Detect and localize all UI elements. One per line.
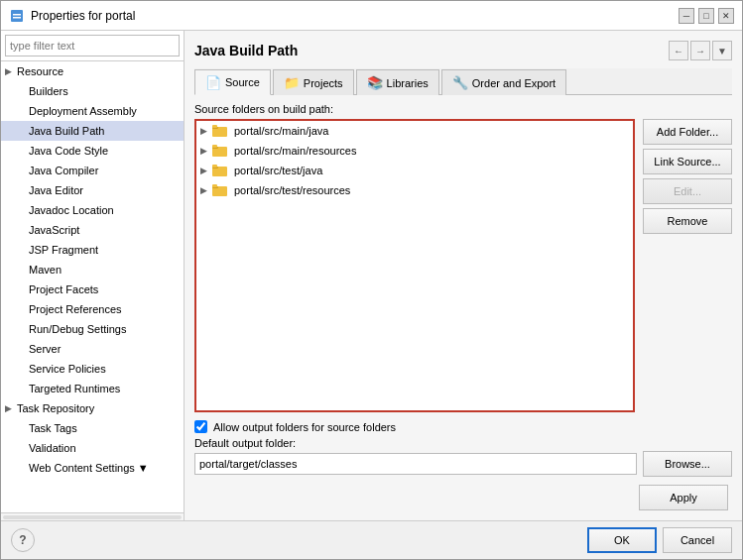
tree-arrow: ▶ xyxy=(200,166,212,175)
source-folder-path: portal/src/main/java xyxy=(234,125,328,137)
folder-icon xyxy=(212,144,230,159)
sidebar-tree: ▶Resource Builders Deployment Assembly J… xyxy=(1,61,184,512)
nav-dropdown-button[interactable]: ▼ xyxy=(712,41,732,60)
sidebar-item-label: Java Compiler xyxy=(29,165,98,176)
tab-libraries[interactable]: 📚Libraries xyxy=(356,69,439,95)
nav-back-button[interactable]: ← xyxy=(669,41,688,60)
tree-arrow: ▶ xyxy=(200,146,212,156)
help-button[interactable]: ? xyxy=(11,528,35,552)
svg-rect-14 xyxy=(212,184,217,187)
sidebar-item-java-compiler[interactable]: Java Compiler xyxy=(1,161,184,180)
tab-label-projects: Projects xyxy=(304,77,343,89)
allow-output-checkbox[interactable] xyxy=(194,420,207,433)
sidebar-item-task-tags[interactable]: Task Tags xyxy=(1,418,184,438)
sidebar-item-maven[interactable]: Maven xyxy=(1,260,184,280)
tab-label-source: Source xyxy=(225,76,260,88)
sidebar-item-java-build-path[interactable]: Java Build Path xyxy=(1,121,184,141)
source-folder-item[interactable]: ▶ portal/src/test/resources xyxy=(196,180,633,200)
sidebar-item-javadoc-location[interactable]: Javadoc Location xyxy=(1,200,184,220)
output-row: Browse... xyxy=(194,451,732,477)
sidebar-item-service-policies[interactable]: Service Policies xyxy=(1,359,184,379)
svg-rect-1 xyxy=(13,14,21,16)
apply-button[interactable]: Apply xyxy=(639,485,728,510)
svg-rect-11 xyxy=(212,165,217,168)
search-box xyxy=(1,31,184,61)
sidebar-item-label: Web Content Settings ▼ xyxy=(29,462,149,474)
source-folder-path: portal/src/test/resources xyxy=(234,184,350,196)
apply-row: Apply xyxy=(194,485,732,510)
nav-arrows: ← → ▼ xyxy=(669,41,732,60)
sidebar-item-label: Server xyxy=(29,343,61,355)
dialog-icon xyxy=(9,8,25,24)
source-folder-item[interactable]: ▶ portal/src/test/java xyxy=(196,161,633,180)
search-input[interactable] xyxy=(5,35,180,56)
tabs-bar: 📄Source📁Projects📚Libraries🔧Order and Exp… xyxy=(194,68,732,95)
source-folder-item[interactable]: ▶ portal/src/main/java xyxy=(196,121,633,141)
window-controls: ─ □ ✕ xyxy=(679,8,734,24)
sidebar-item-label: Run/Debug Settings xyxy=(29,323,126,335)
sidebar-item-label: Task Tags xyxy=(29,422,77,434)
sidebar-item-label: Project References xyxy=(29,303,122,315)
sidebar-item-project-facets[interactable]: Project Facets xyxy=(1,280,184,299)
sidebar-item-project-references[interactable]: Project References xyxy=(1,299,184,319)
ok-button[interactable]: OK xyxy=(587,527,657,553)
sidebar-item-run-debug-settings[interactable]: Run/Debug Settings xyxy=(1,319,184,339)
sidebar-item-java-editor[interactable]: Java Editor xyxy=(1,180,184,200)
tab-icon-order-export: 🔧 xyxy=(452,75,468,90)
sidebar-item-deployment-assembly[interactable]: Deployment Assembly xyxy=(1,101,184,121)
nav-forward-button[interactable]: → xyxy=(690,41,710,60)
panel-header: Java Build Path ← → ▼ xyxy=(194,41,732,60)
sidebar-item-java-code-style[interactable]: Java Code Style xyxy=(1,141,184,161)
tab-icon-source: 📄 xyxy=(205,75,221,90)
sidebar-item-label: Resource xyxy=(17,65,63,77)
cancel-button[interactable]: Cancel xyxy=(663,527,732,553)
default-output-label: Default output folder: xyxy=(194,437,732,449)
properties-dialog: Properties for portal ─ □ ✕ ▶Resource Bu… xyxy=(0,0,743,560)
tab-projects[interactable]: 📁Projects xyxy=(273,69,354,95)
browse-button[interactable]: Browse... xyxy=(643,451,732,477)
tab-icon-projects: 📁 xyxy=(284,75,300,90)
sidebar-item-validation[interactable]: Validation xyxy=(1,438,184,458)
link-source-button[interactable]: Link Source... xyxy=(643,149,732,174)
sidebar-scrollbar[interactable] xyxy=(1,512,184,520)
sidebar: ▶Resource Builders Deployment Assembly J… xyxy=(1,31,185,520)
main-content: ▶Resource Builders Deployment Assembly J… xyxy=(1,31,742,520)
allow-output-row: Allow output folders for source folders xyxy=(194,420,732,433)
sidebar-item-web-content-settings[interactable]: Web Content Settings ▼ xyxy=(1,458,184,478)
sidebar-item-jsp-fragment[interactable]: JSP Fragment xyxy=(1,240,184,260)
edit-button[interactable]: Edit... xyxy=(643,178,732,204)
minimize-button[interactable]: ─ xyxy=(679,8,694,24)
close-button[interactable]: ✕ xyxy=(718,8,734,24)
output-folder-input[interactable] xyxy=(194,453,637,475)
source-folder-item[interactable]: ▶ portal/src/main/resources xyxy=(196,141,633,161)
sidebar-item-resource[interactable]: ▶Resource xyxy=(1,61,184,81)
folder-icon xyxy=(212,124,230,139)
remove-button[interactable]: Remove xyxy=(643,208,732,234)
sidebar-item-label: Javadoc Location xyxy=(29,204,114,216)
sidebar-item-label: Service Policies xyxy=(29,363,106,375)
sidebar-item-label: Builders xyxy=(29,85,68,97)
folder-icon xyxy=(212,164,230,178)
sidebar-item-task-repository[interactable]: ▶Task Repository xyxy=(1,398,184,418)
sidebar-item-label: JSP Fragment xyxy=(29,244,98,256)
svg-rect-2 xyxy=(13,17,21,19)
tab-source[interactable]: 📄Source xyxy=(194,69,271,95)
sidebar-item-server[interactable]: Server xyxy=(1,339,184,359)
sidebar-item-label: Deployment Assembly xyxy=(29,105,137,117)
svg-rect-0 xyxy=(11,10,23,22)
sidebar-item-label: Targeted Runtimes xyxy=(29,383,120,394)
source-folders-list: ▶ portal/src/main/java ▶ portal/src/main… xyxy=(194,119,635,412)
tree-arrow: ▶ xyxy=(5,403,17,413)
tab-order-export[interactable]: 🔧Order and Export xyxy=(441,69,566,95)
sidebar-item-label: Project Facets xyxy=(29,283,98,295)
footer: ? OK Cancel xyxy=(1,520,742,559)
sidebar-item-javascript[interactable]: JavaScript xyxy=(1,220,184,240)
tree-arrow: ▶ xyxy=(5,66,17,76)
sidebar-item-label: Java Build Path xyxy=(29,125,104,137)
sidebar-item-label: Task Repository xyxy=(17,402,94,414)
sidebar-item-builders[interactable]: Builders xyxy=(1,81,184,101)
tab-icon-libraries: 📚 xyxy=(367,75,383,90)
maximize-button[interactable]: □ xyxy=(698,8,714,24)
sidebar-item-targeted-runtimes[interactable]: Targeted Runtimes xyxy=(1,379,184,398)
add-folder-button[interactable]: Add Folder... xyxy=(643,119,732,145)
